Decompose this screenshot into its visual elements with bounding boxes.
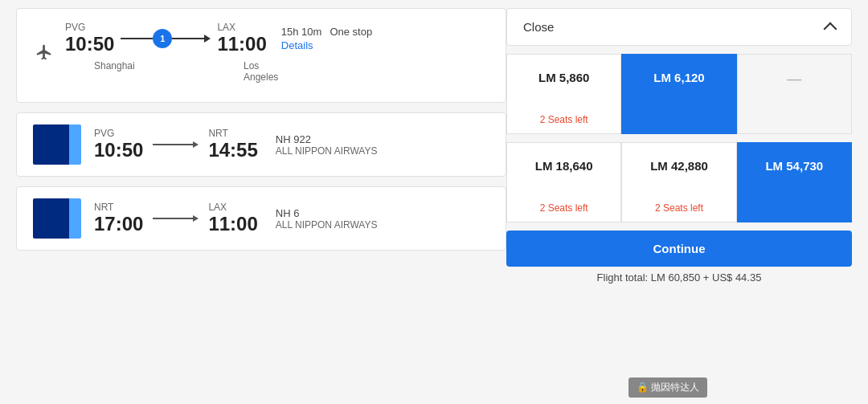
price-value-1-2: LM 6,120: [653, 71, 704, 84]
seg1-departure-time: 10:50: [94, 139, 143, 161]
price-value-2-2: LM 42,880: [650, 159, 708, 173]
seg2-flight-number: NH 6: [276, 207, 378, 219]
seg1-arrival-time: 14:55: [208, 139, 257, 161]
arrow-line: 1: [121, 29, 211, 48]
seg1-airline-name: ALL NIPPON AIRWAYS: [276, 145, 378, 157]
seg2-line: [153, 218, 193, 219]
seats-left-2-2: 2 Seats left: [655, 202, 703, 214]
seg1-departure-block: PVG 10:50: [94, 128, 143, 161]
seg1-arrival-block: NRT 14:55: [208, 128, 257, 161]
plane-icon: [33, 41, 55, 63]
seg1-departure-code: PVG: [94, 128, 143, 139]
price-card-2-2[interactable]: LM 42,880 2 Seats left: [621, 142, 736, 222]
seg1-line: [153, 144, 193, 145]
price-grid-row2: LM 18,640 2 Seats left LM 42,880 2 Seats…: [506, 142, 852, 222]
logo-dark-2: [33, 198, 69, 239]
departure-block: PVG 10:50: [65, 22, 114, 55]
segment1-section: PVG 10:50 NRT 14:55 NH 922 ALL NIPPON AI…: [16, 112, 506, 177]
flight-total: Flight total: LM 60,850 + US$ 44.35: [506, 271, 852, 284]
seg1-arrow: [153, 141, 199, 148]
details-link[interactable]: Details: [281, 39, 372, 51]
price-card-1-3[interactable]: —: [737, 54, 852, 134]
logo-dark-1: [33, 124, 69, 165]
segment2-section: NRT 17:00 LAX 11:00 NH 6 ALL NIPPON AIRW…: [16, 186, 506, 251]
top-flight-section: PVG 10:50 1 LAX: [16, 8, 506, 103]
departure-time: 10:50: [65, 33, 114, 55]
seg2-arrow-right: [193, 215, 199, 222]
seg2-arrival-code: LAX: [208, 202, 257, 213]
departure-code: PVG: [65, 22, 114, 33]
arrival-city: Los Angeles: [244, 60, 278, 83]
continue-button[interactable]: Continue: [506, 231, 852, 267]
seats-left-2-1: 2 Seats left: [540, 202, 588, 214]
duration: 15h 10m: [281, 26, 322, 38]
seg2-departure-code: NRT: [94, 202, 143, 213]
departure-city: Shanghai: [94, 60, 142, 83]
segment1-flight-info: PVG 10:50 NRT 14:55 NH 922 ALL NIPPON AI…: [94, 128, 489, 161]
logo-light-1: [69, 124, 81, 165]
line-left: [121, 38, 153, 39]
seg2-arrival-time: 11:00: [208, 213, 257, 235]
flight-meta: 15h 10m One stop Details: [281, 26, 372, 51]
seg2-meta: NH 6 ALL NIPPON AIRWAYS: [276, 207, 378, 231]
right-panel: Close LM 5,860 2 Seats left LM 6,120 — L…: [506, 8, 852, 396]
close-label: Close: [523, 20, 554, 34]
segment2-flight-info: NRT 17:00 LAX 11:00 NH 6 ALL NIPPON AIRW…: [94, 202, 489, 235]
price-card-2-1[interactable]: LM 18,640 2 Seats left: [506, 142, 621, 222]
line-right: [172, 38, 204, 39]
stop-label: One stop: [330, 26, 372, 38]
arrival-time: 11:00: [217, 33, 266, 55]
airline-logo-2: [33, 198, 81, 239]
airline-logo-1: [33, 124, 81, 165]
seg2-departure-block: NRT 17:00: [94, 202, 143, 235]
seg2-arrow: [153, 215, 199, 222]
stop-indicator: 1: [121, 29, 211, 48]
arrival-code: LAX: [217, 22, 266, 33]
seg1-arrow-right: [193, 141, 199, 148]
price-value-1-1: LM 5,860: [538, 71, 589, 84]
seg1-flight-number: NH 922: [276, 133, 378, 145]
seg2-arrival-block: LAX 11:00: [208, 202, 257, 235]
price-value-2-1: LM 18,640: [535, 159, 593, 173]
flight-header: PVG 10:50 1 LAX: [33, 22, 489, 83]
seg1-arrival-code: NRT: [208, 128, 257, 139]
close-bar[interactable]: Close: [506, 8, 852, 46]
left-panel: PVG 10:50 1 LAX: [16, 8, 506, 396]
logo-light-2: [69, 198, 81, 239]
chevron-up-icon: [824, 22, 837, 35]
seats-left-1-1: 2 Seats left: [540, 114, 588, 125]
seg2-departure-time: 17:00: [94, 213, 143, 235]
price-value-2-3: LM 54,730: [765, 159, 823, 173]
price-card-1-1[interactable]: LM 5,860 2 Seats left: [506, 54, 621, 134]
stop-badge: 1: [153, 29, 172, 48]
price-card-1-2[interactable]: LM 6,120: [621, 54, 736, 134]
seg2-airline-name: ALL NIPPON AIRWAYS: [276, 219, 378, 231]
price-card-2-3[interactable]: LM 54,730: [737, 142, 852, 222]
watermark: 🔒 抛因特达人: [628, 377, 707, 398]
dash-value-1-3: —: [787, 71, 801, 88]
seg1-meta: NH 922 ALL NIPPON AIRWAYS: [276, 133, 378, 157]
price-grid-row1: LM 5,860 2 Seats left LM 6,120 —: [506, 54, 852, 134]
arrival-block: LAX 11:00: [217, 22, 266, 55]
arrow-right-icon: [204, 35, 211, 43]
